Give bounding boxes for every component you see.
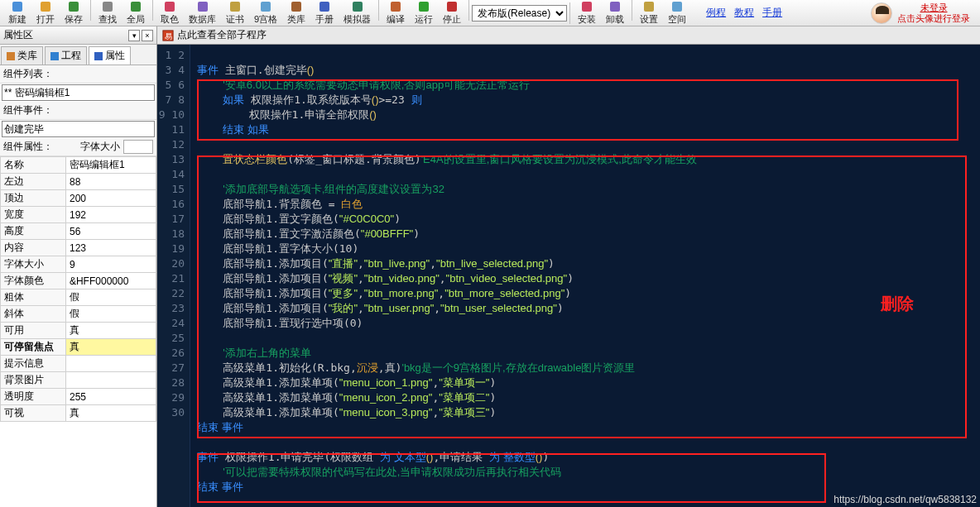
prop-row-顶边[interactable]: 顶边200 xyxy=(1,190,156,207)
svg-rect-15 xyxy=(582,2,592,12)
link-例程[interactable]: 例程 xyxy=(706,6,726,20)
font-size-spinner[interactable] xyxy=(123,140,153,154)
svg-rect-4 xyxy=(131,2,141,12)
watermark: https://blog.csdn.net/qw5838132 xyxy=(833,494,977,505)
tab-类库[interactable]: 类库 xyxy=(1,46,43,65)
build-config-combo[interactable]: 发布版(Release) xyxy=(472,5,567,22)
code-editor: 易 点此查看全部子程序 1 2 3 4 5 6 7 8 9 10 11 12 1… xyxy=(157,26,980,507)
svg-rect-13 xyxy=(419,2,429,12)
line-gutter: 1 2 3 4 5 6 7 8 9 10 11 12 13 14 15 16 1… xyxy=(157,45,190,507)
toolbar-空间[interactable]: 空间 xyxy=(663,0,691,26)
editor-tab-label[interactable]: 点此查看全部子程序 xyxy=(177,28,267,42)
prop-row-可停留焦点[interactable]: 可停留焦点真 xyxy=(1,339,156,356)
toolbar-9宫格[interactable]: 9宫格 xyxy=(249,0,282,26)
main-toolbar: 新建打开保存查找全局取色数据库证书9宫格类库手册模拟器编译运行停止 发布版(Re… xyxy=(0,0,980,26)
font-size-label: 字体大小 xyxy=(80,140,120,154)
prop-row-内容[interactable]: 内容123 xyxy=(1,240,156,256)
toolbar-安装[interactable]: 安装 xyxy=(573,0,601,26)
login-status[interactable]: 未登录 xyxy=(897,2,970,13)
tab-工程[interactable]: 工程 xyxy=(45,46,87,65)
prop-row-提示信息[interactable]: 提示信息 xyxy=(1,356,156,372)
svg-rect-2 xyxy=(69,2,79,12)
link-教程[interactable]: 教程 xyxy=(734,6,754,20)
svg-rect-9 xyxy=(291,2,301,12)
toolbar-编译[interactable]: 编译 xyxy=(382,0,410,26)
panel-close-icon[interactable]: × xyxy=(142,30,153,41)
component-prop-label: 组件属性： xyxy=(3,140,53,154)
help-links: 例程教程手册 xyxy=(706,6,782,20)
toolbar-打开[interactable]: 打开 xyxy=(31,0,60,26)
svg-rect-8 xyxy=(261,2,271,12)
svg-rect-5 xyxy=(165,2,175,12)
event-select[interactable] xyxy=(2,121,155,137)
prop-row-高度[interactable]: 高度56 xyxy=(1,223,156,240)
svg-rect-14 xyxy=(447,2,457,12)
toolbar-停止[interactable]: 停止 xyxy=(438,0,466,26)
login-tip: 点击头像进行登录 xyxy=(897,13,970,24)
svg-rect-12 xyxy=(391,2,401,12)
toolbar-设置[interactable]: 设置 xyxy=(635,0,663,26)
component-select[interactable] xyxy=(2,84,155,101)
user-box: 未登录 点击头像进行登录 xyxy=(871,2,977,24)
prop-row-左边[interactable]: 左边88 xyxy=(1,174,156,190)
toolbar-全局[interactable]: 全局 xyxy=(122,0,150,26)
svg-rect-18 xyxy=(672,2,682,12)
panel-dropdown-icon[interactable]: ▾ xyxy=(128,30,140,41)
svg-rect-17 xyxy=(644,2,654,12)
toolbar-运行[interactable]: 运行 xyxy=(410,0,438,26)
toolbar-类库[interactable]: 类库 xyxy=(282,0,310,26)
prop-row-名称[interactable]: 名称密码编辑框1 xyxy=(1,157,156,174)
svg-rect-7 xyxy=(230,2,240,12)
property-panel: 属性区 ▾ × 类库工程属性 组件列表： 组件事件： 组件属性： 字体大小 名称… xyxy=(0,26,157,507)
prop-row-可视[interactable]: 可视真 xyxy=(1,405,156,422)
prop-row-字体颜色[interactable]: 字体颜色&HFF000000 xyxy=(1,273,156,289)
svg-text:易: 易 xyxy=(165,31,172,40)
toolbar-手册[interactable]: 手册 xyxy=(310,0,339,26)
toolbar-取色[interactable]: 取色 xyxy=(156,0,184,26)
toolbar-查找[interactable]: 查找 xyxy=(94,0,122,26)
editor-tab-bar: 易 点此查看全部子程序 xyxy=(157,26,980,45)
panel-tabs: 类库工程属性 xyxy=(0,45,156,65)
toolbar-保存[interactable]: 保存 xyxy=(60,0,88,26)
link-手册[interactable]: 手册 xyxy=(762,6,782,20)
toolbar-数据库[interactable]: 数据库 xyxy=(184,0,221,26)
code-file-icon: 易 xyxy=(162,30,174,41)
prop-row-透明度[interactable]: 透明度255 xyxy=(1,389,156,405)
svg-rect-3 xyxy=(103,2,113,12)
component-event-label: 组件事件： xyxy=(0,102,156,120)
avatar[interactable] xyxy=(871,2,892,24)
svg-rect-0 xyxy=(12,2,22,12)
property-grid[interactable]: 名称密码编辑框1左边88顶边200宽度192高度56内容123字体大小9字体颜色… xyxy=(0,156,156,507)
toolbar-证书[interactable]: 证书 xyxy=(221,0,249,26)
svg-rect-11 xyxy=(353,2,363,12)
svg-rect-10 xyxy=(319,2,329,12)
prop-row-字体大小[interactable]: 字体大小9 xyxy=(1,256,156,273)
prop-row-粗体[interactable]: 粗体假 xyxy=(1,289,156,306)
svg-rect-6 xyxy=(198,2,208,12)
prop-row-宽度[interactable]: 宽度192 xyxy=(1,207,156,223)
prop-row-斜体[interactable]: 斜体假 xyxy=(1,306,156,323)
delete-annotation: 删除 xyxy=(881,293,914,315)
svg-rect-16 xyxy=(610,2,620,12)
code-content[interactable]: 事件 主窗口.创建完毕() '安卓6.0以上的系统需要动态申请权限,否则app可… xyxy=(190,45,980,507)
toolbar-新建[interactable]: 新建 xyxy=(3,0,31,26)
tab-属性[interactable]: 属性 xyxy=(89,46,131,65)
svg-rect-1 xyxy=(41,2,50,12)
component-list-label: 组件列表： xyxy=(0,65,156,84)
prop-row-背景图片[interactable]: 背景图片 xyxy=(1,372,156,389)
prop-row-可用[interactable]: 可用真 xyxy=(1,323,156,339)
toolbar-卸载[interactable]: 卸载 xyxy=(601,0,629,26)
panel-title: 属性区 xyxy=(3,28,33,42)
toolbar-模拟器[interactable]: 模拟器 xyxy=(339,0,376,26)
